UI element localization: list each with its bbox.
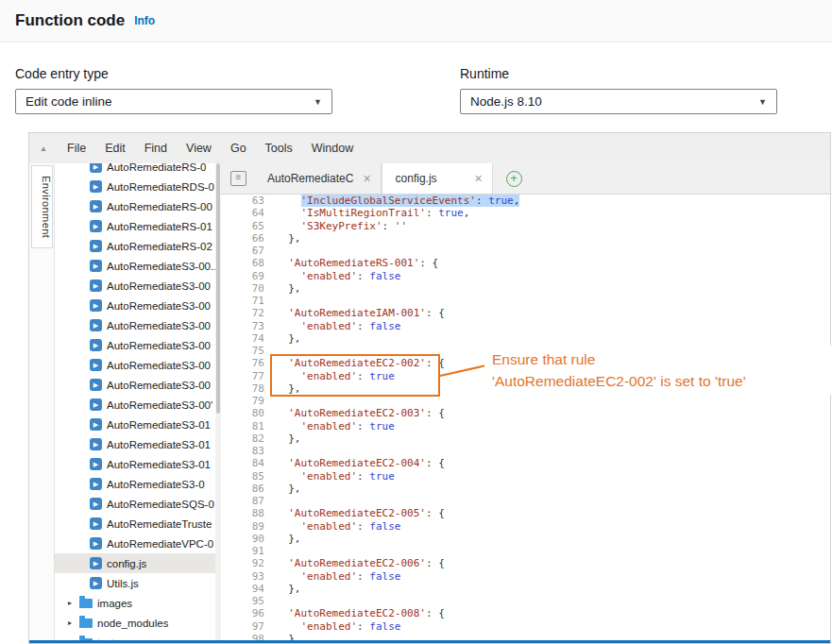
js-file-icon: ▶: [90, 260, 102, 272]
code-line[interactable]: [276, 595, 830, 607]
tree-item-label: AutoRemediateS3-01: [107, 439, 211, 450]
chevron-right-icon[interactable]: ▸: [68, 599, 79, 607]
code-line[interactable]: 'enabled': false: [276, 620, 830, 633]
tree-item-autoremediates3-01[interactable]: ▶AutoRemediateS3-01: [55, 454, 215, 474]
tree-item-label: AutoRemediateS3-00': [107, 399, 212, 411]
tree-item-autoremediaters-02[interactable]: ▶AutoRemediateRS-02: [55, 236, 215, 256]
line-number: 95: [221, 595, 264, 607]
tree-item-autoremediaters-00[interactable]: ▶AutoRemediateRS-00: [55, 196, 215, 216]
code-line[interactable]: },: [276, 232, 830, 245]
code-line[interactable]: 'AutoRemediateEC2-003': {: [276, 407, 830, 419]
line-number: 67: [221, 245, 264, 257]
tree-item-autoremediates3-00[interactable]: ▶AutoRemediateS3-00: [55, 315, 215, 335]
bottom-divider[interactable]: [29, 640, 830, 643]
tree-item-autoremediatetruste[interactable]: ▶AutoRemediateTruste: [55, 514, 215, 534]
code-line[interactable]: [276, 245, 830, 257]
tab-config-js[interactable]: config.js×: [382, 163, 493, 194]
code-line[interactable]: 'AutoRemediateEC2-008': {: [276, 607, 830, 619]
tree-item-autoremediaterds-0[interactable]: ▶AutoRemediateRDS-0: [55, 177, 215, 196]
js-file-icon: ▶: [90, 418, 102, 431]
menu-file[interactable]: File: [58, 142, 95, 155]
code-entry-type-field: Code entry type Edit code inline ▼: [15, 66, 332, 114]
tree-item-autoremediates3-00[interactable]: ▶AutoRemediateS3-00: [55, 276, 215, 296]
add-tab-icon[interactable]: +: [506, 171, 522, 187]
code-line[interactable]: 'enabled': false: [276, 520, 830, 533]
code-content[interactable]: 'IncludeGlobalServiceEvents': true, 'IsM…: [276, 195, 830, 643]
line-number: 77: [221, 370, 264, 382]
tree-item-label: AutoRemediateS3-00: [107, 300, 211, 312]
tree-item-label: AutoRemediateS3-01: [107, 459, 211, 470]
tab-autoremediatec[interactable]: AutoRemediateC×: [254, 163, 382, 194]
code-line[interactable]: 'AutoRemediateEC2-004': {: [276, 457, 830, 469]
code-line[interactable]: 'AutoRemediateIAM-001': {: [276, 307, 830, 319]
line-number: 68: [221, 257, 264, 269]
menu-view[interactable]: View: [177, 142, 221, 155]
code-line[interactable]: 'enabled': false: [276, 270, 830, 282]
menu-edit[interactable]: Edit: [95, 142, 135, 155]
tree-item-autoremediates3-00[interactable]: ▶AutoRemediateS3-00...: [55, 256, 215, 276]
tree-item-autoremediaters-0[interactable]: ▶AutoRemediateRS-0: [55, 163, 215, 177]
collapse-icon[interactable]: ▲: [29, 144, 58, 153]
runtime-select[interactable]: Node.js 8.10 ▼: [460, 89, 777, 114]
chevron-down-icon: ▼: [758, 97, 767, 107]
code-line[interactable]: 'IncludeGlobalServiceEvents': true,: [276, 195, 830, 207]
code-line[interactable]: [276, 545, 830, 557]
tree-item-images[interactable]: ▸images: [55, 593, 215, 613]
tree-item-utils-js[interactable]: ▶Utils.js: [55, 573, 215, 593]
menu-window[interactable]: Window: [302, 142, 363, 155]
tree-item-autoremediates3-00[interactable]: ▶AutoRemediateS3-00: [55, 296, 215, 315]
scrollbar-thumb[interactable]: [216, 163, 220, 414]
annotation: Ensure that rule 'AutoRemediateEC2-002' …: [484, 346, 832, 395]
tree-item-label: AutoRemediateS3-00: [107, 380, 211, 391]
chevron-right-icon[interactable]: ▸: [68, 619, 79, 627]
tree-item-autoremediates3-01[interactable]: ▶AutoRemediateS3-01: [55, 434, 215, 454]
line-number: 92: [221, 557, 264, 569]
environment-tab[interactable]: Environment: [31, 165, 53, 248]
code-line[interactable]: 'enabled': false: [276, 570, 830, 583]
tree-item-autoremediates3-00[interactable]: ▶AutoRemediateS3-00: [55, 375, 215, 395]
tree-item-autoremediates3-00[interactable]: ▶AutoRemediateS3-00': [55, 395, 215, 415]
code-line[interactable]: 'enabled': true: [276, 420, 830, 432]
code-line[interactable]: },: [276, 583, 830, 595]
code-line[interactable]: 'AutoRemediateEC2-006': {: [276, 557, 830, 569]
tree-item-config-js[interactable]: ▶config.js: [55, 553, 215, 573]
code-line[interactable]: 'enabled': true: [276, 470, 830, 483]
js-file-icon: ▶: [90, 537, 102, 550]
tree-item-autoremediatesqs-0[interactable]: ▶AutoRemediateSQS-0: [55, 494, 215, 514]
line-number: 93: [221, 570, 264, 583]
tree-item-node-modules[interactable]: ▸node_modules: [55, 613, 215, 633]
code-line[interactable]: [276, 445, 830, 457]
tree-item-autoremediatevpc-0[interactable]: ▶AutoRemediateVPC-0: [55, 534, 215, 553]
code-line[interactable]: },: [276, 332, 830, 345]
menu-tools[interactable]: Tools: [256, 142, 302, 155]
code-line[interactable]: },: [276, 483, 830, 495]
tree-item-autoremediates3-0[interactable]: ▶AutoRemediateS3-0: [55, 474, 215, 494]
line-number: 76: [221, 357, 264, 369]
info-link[interactable]: Info: [134, 14, 155, 27]
code-line[interactable]: },: [276, 432, 830, 445]
code-line[interactable]: 'IsMultiRegionTrail': true,: [276, 207, 830, 219]
code-line[interactable]: [276, 295, 830, 307]
tab-list-icon[interactable]: ≡: [230, 171, 246, 186]
code-line[interactable]: },: [276, 533, 830, 545]
tree-item-label: AutoRemediateVPC-0: [107, 538, 213, 550]
close-icon[interactable]: ×: [465, 172, 482, 185]
line-number: 74: [221, 332, 264, 345]
editor-menubar: ▲ FileEditFindViewGoToolsWindow: [29, 133, 830, 164]
tree-item-autoremediates3-00[interactable]: ▶AutoRemediateS3-00: [55, 355, 215, 375]
tree-item-autoremediates3-01[interactable]: ▶AutoRemediateS3-01: [55, 415, 215, 434]
runtime-value: Node.js 8.10: [470, 94, 542, 109]
code-line[interactable]: 'AutoRemediateEC2-005': {: [276, 507, 830, 519]
tree-item-autoremediates3-00[interactable]: ▶AutoRemediateS3-00: [55, 335, 215, 355]
code-line[interactable]: 'enabled': false: [276, 320, 830, 332]
close-icon[interactable]: ×: [353, 172, 370, 185]
code-line[interactable]: 'S3KeyPrefix': '': [276, 220, 830, 232]
line-number-gutter: 6364656667686970717273747576777879808182…: [221, 195, 270, 643]
menu-find[interactable]: Find: [135, 142, 177, 155]
code-line[interactable]: [276, 495, 830, 507]
menu-go[interactable]: Go: [221, 142, 256, 155]
code-line[interactable]: },: [276, 282, 830, 295]
code-line[interactable]: 'AutoRemediateRS-001': {: [276, 257, 830, 269]
tree-item-autoremediaters-01[interactable]: ▶AutoRemediateRS-01: [55, 216, 215, 236]
code-entry-type-select[interactable]: Edit code inline ▼: [15, 89, 332, 114]
